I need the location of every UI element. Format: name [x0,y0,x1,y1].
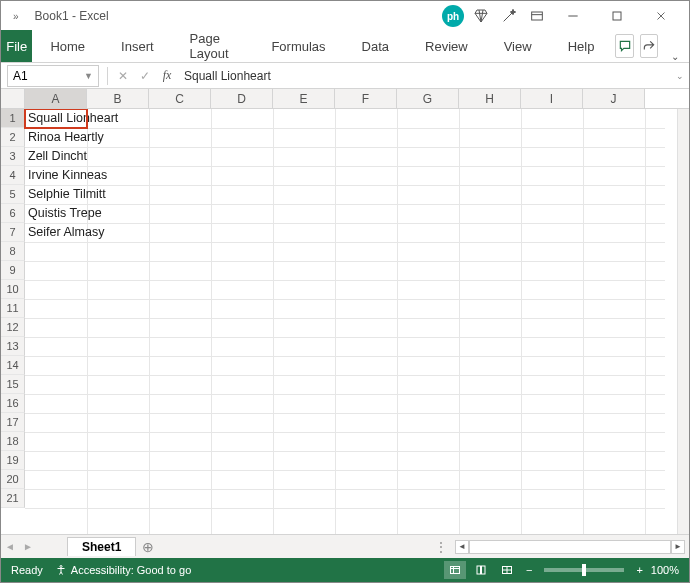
cancel-icon[interactable]: ✕ [112,69,134,83]
row-header-19[interactable]: 19 [1,451,25,470]
column-header-C[interactable]: C [149,89,211,108]
row-header-1[interactable]: 1 [1,109,25,128]
cell-A4: Irvine Kinneas [28,168,107,182]
file-tab[interactable]: File [1,30,32,62]
column-headers: A B C D E F G H I J [1,89,689,109]
qat-overflow-icon[interactable]: » [7,11,25,22]
column-header-A[interactable]: A [25,89,87,108]
close-button[interactable] [639,2,683,30]
row-header-3[interactable]: 3 [1,147,25,166]
column-header-F[interactable]: F [335,89,397,108]
row-header-17[interactable]: 17 [1,413,25,432]
row-header-6[interactable]: 6 [1,204,25,223]
column-header-E[interactable]: E [273,89,335,108]
sheet-tab-bar: ◄ ► Sheet1 ⊕ ⋮ ◄ ► [1,534,689,558]
zoom-in-button[interactable]: + [632,564,646,576]
view-page-layout-button[interactable] [470,561,492,579]
svg-rect-0 [532,12,543,20]
svg-rect-4 [477,566,481,574]
formula-input[interactable]: Squall Lionheart [178,69,671,83]
column-header-I[interactable]: I [521,89,583,108]
row-header-11[interactable]: 11 [1,299,25,318]
name-box[interactable]: A1 ▼ [7,65,99,87]
column-header-D[interactable]: D [211,89,273,108]
share-button[interactable] [640,34,658,58]
row-header-10[interactable]: 10 [1,280,25,299]
titlebar: » Book1 - Excel ph [1,1,689,31]
row-header-14[interactable]: 14 [1,356,25,375]
ribbon-tabs: File Home Insert Page Layout Formulas Da… [1,31,689,63]
hscroll-right-icon[interactable]: ► [671,540,685,554]
accessibility-icon [55,564,67,576]
comments-button[interactable] [615,34,633,58]
row-header-18[interactable]: 18 [1,432,25,451]
diamond-icon[interactable] [467,2,495,30]
row-header-12[interactable]: 12 [1,318,25,337]
svg-point-2 [60,566,62,568]
name-box-dropdown-icon[interactable]: ▼ [84,71,93,81]
column-header-G[interactable]: G [397,89,459,108]
row-header-13[interactable]: 13 [1,337,25,356]
cell-A2: Rinoa Heartly [28,130,104,144]
status-ready: Ready [11,564,43,576]
fx-icon[interactable]: fx [156,68,178,83]
sheet-nav-prev-icon[interactable]: ◄ [1,541,19,552]
zoom-slider[interactable] [544,568,624,572]
cell-A7: Seifer Almasy [28,225,104,239]
column-header-H[interactable]: H [459,89,521,108]
tab-review[interactable]: Review [407,30,486,62]
vertical-scrollbar[interactable] [677,109,689,534]
spreadsheet-grid: A B C D E F G H I J 1 2 3 4 5 6 7 8 9 10 [1,89,689,534]
row-header-7[interactable]: 7 [1,223,25,242]
tab-data[interactable]: Data [344,30,407,62]
tab-formulas[interactable]: Formulas [253,30,343,62]
formula-bar: A1 ▼ ✕ ✓ fx Squall Lionheart ⌄ [1,63,689,89]
zoom-out-button[interactable]: − [522,564,536,576]
accessibility-status[interactable]: Accessibility: Good to go [55,564,191,576]
column-header-B[interactable]: B [87,89,149,108]
row-header-16[interactable]: 16 [1,394,25,413]
sheet-tab-active[interactable]: Sheet1 [67,537,136,556]
row-header-9[interactable]: 9 [1,261,25,280]
maximize-button[interactable] [595,2,639,30]
column-header-J[interactable]: J [583,89,645,108]
tab-insert[interactable]: Insert [103,30,172,62]
account-badge-icon[interactable]: ph [439,2,467,30]
select-all-triangle[interactable] [1,89,25,108]
add-sheet-button[interactable]: ⊕ [136,539,160,555]
row-header-2[interactable]: 2 [1,128,25,147]
status-bar: Ready Accessibility: Good to go − + 100% [1,558,689,582]
ribbon-display-icon[interactable] [523,2,551,30]
cells-area[interactable]: Squall Lionheart Rinoa Heartly Zell Dinc… [25,109,677,534]
tab-help[interactable]: Help [550,30,613,62]
wand-icon[interactable] [495,2,523,30]
zoom-level[interactable]: 100% [651,564,679,576]
sheet-nav-next-icon[interactable]: ► [19,541,37,552]
svg-rect-5 [481,566,485,574]
excel-window: » Book1 - Excel ph File Home Insert Page… [0,0,690,583]
tab-page-layout[interactable]: Page Layout [172,30,254,62]
window-title: Book1 - Excel [25,9,109,23]
tab-home[interactable]: Home [32,30,103,62]
view-normal-button[interactable] [444,561,466,579]
enter-icon[interactable]: ✓ [134,69,156,83]
cell-A1: Squall Lionheart [28,111,118,125]
svg-rect-1 [613,12,621,20]
row-header-5[interactable]: 5 [1,185,25,204]
row-header-4[interactable]: 4 [1,166,25,185]
row-header-21[interactable]: 21 [1,489,25,508]
tab-view[interactable]: View [486,30,550,62]
view-page-break-button[interactable] [496,561,518,579]
cell-A6: Quistis Trepe [28,206,102,220]
sheet-split-handle-icon[interactable]: ⋮ [435,540,455,554]
name-box-value: A1 [13,69,28,83]
hscroll-left-icon[interactable]: ◄ [455,540,469,554]
minimize-button[interactable] [551,2,595,30]
row-header-8[interactable]: 8 [1,242,25,261]
row-header-20[interactable]: 20 [1,470,25,489]
collapse-ribbon-icon[interactable]: ⌄ [661,51,689,62]
expand-formula-bar-icon[interactable]: ⌄ [671,71,689,81]
accessibility-label: Accessibility: Good to go [71,564,191,576]
row-header-15[interactable]: 15 [1,375,25,394]
horizontal-scrollbar[interactable]: ◄ ► [455,540,685,554]
